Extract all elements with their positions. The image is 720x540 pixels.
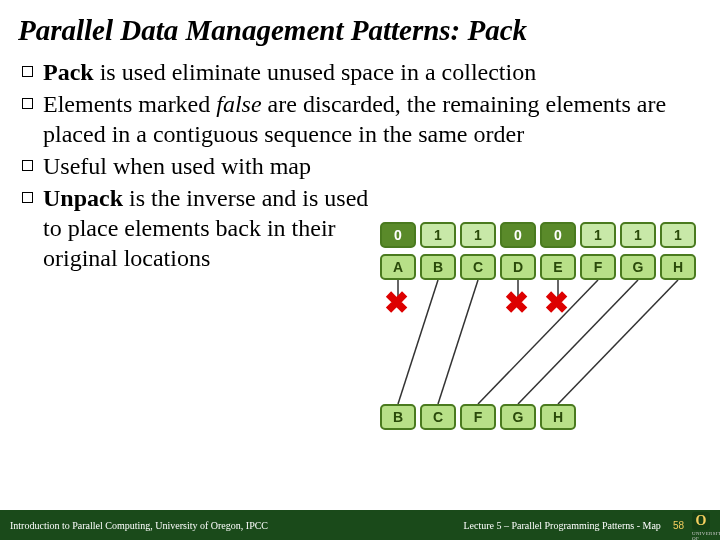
cross-row: ✖ ✖ ✖ [380, 288, 700, 316]
output-cell: H [540, 404, 576, 430]
footer: Introduction to Parallel Computing, Univ… [0, 510, 720, 540]
footer-left: Introduction to Parallel Computing, Univ… [0, 520, 463, 531]
output-cell: B [380, 404, 416, 430]
output-row: B C F G H [380, 404, 576, 430]
logo-text: UNIVERSITY OF OREGON [692, 531, 714, 540]
mask-cell: 1 [660, 222, 696, 248]
input-cell: G [620, 254, 656, 280]
bullet-item: Pack is used eliminate unused space in a… [22, 57, 702, 87]
input-cell: A [380, 254, 416, 280]
text: is used eliminate unused space in a coll… [94, 59, 537, 85]
bullet-item: Elements marked false are discarded, the… [22, 89, 702, 149]
pack-diagram: 0 1 1 0 0 1 1 1 A B C D E F G H [380, 222, 708, 452]
logo-letter: O [692, 512, 710, 530]
text: Elements marked [43, 91, 216, 117]
uo-logo: O UNIVERSITY OF OREGON [692, 514, 714, 536]
input-cell: F [580, 254, 616, 280]
cross-icon: ✖ [544, 288, 569, 318]
input-row: A B C D E F G H [380, 254, 696, 280]
bullet-icon [22, 98, 33, 109]
bullet-icon [22, 160, 33, 171]
mask-row: 0 1 1 0 0 1 1 1 [380, 222, 696, 248]
input-cell: B [420, 254, 456, 280]
output-cell: G [500, 404, 536, 430]
mask-cell: 1 [420, 222, 456, 248]
mask-cell: 1 [580, 222, 616, 248]
mask-cell: 0 [380, 222, 416, 248]
bold-text: Unpack [43, 185, 123, 211]
bullet-icon [22, 66, 33, 77]
footer-mid: Lecture 5 – Parallel Programming Pattern… [463, 520, 672, 531]
text: Useful when used with map [43, 153, 311, 179]
input-cell: C [460, 254, 496, 280]
cross-icon: ✖ [384, 288, 409, 318]
page-number: 58 [673, 520, 692, 531]
input-cell: E [540, 254, 576, 280]
output-cell: C [420, 404, 456, 430]
slide: Parallel Data Management Patterns: Pack … [0, 0, 720, 540]
output-cell: F [460, 404, 496, 430]
bullet-icon [22, 192, 33, 203]
input-cell: H [660, 254, 696, 280]
mask-cell: 1 [620, 222, 656, 248]
italic-text: false [216, 91, 261, 117]
cross-icon: ✖ [504, 288, 529, 318]
mask-cell: 0 [500, 222, 536, 248]
bold-text: Pack [43, 59, 94, 85]
input-cell: D [500, 254, 536, 280]
mask-cell: 0 [540, 222, 576, 248]
mask-cell: 1 [460, 222, 496, 248]
bullet-item: Useful when used with map [22, 151, 702, 181]
slide-title: Parallel Data Management Patterns: Pack [0, 0, 720, 57]
